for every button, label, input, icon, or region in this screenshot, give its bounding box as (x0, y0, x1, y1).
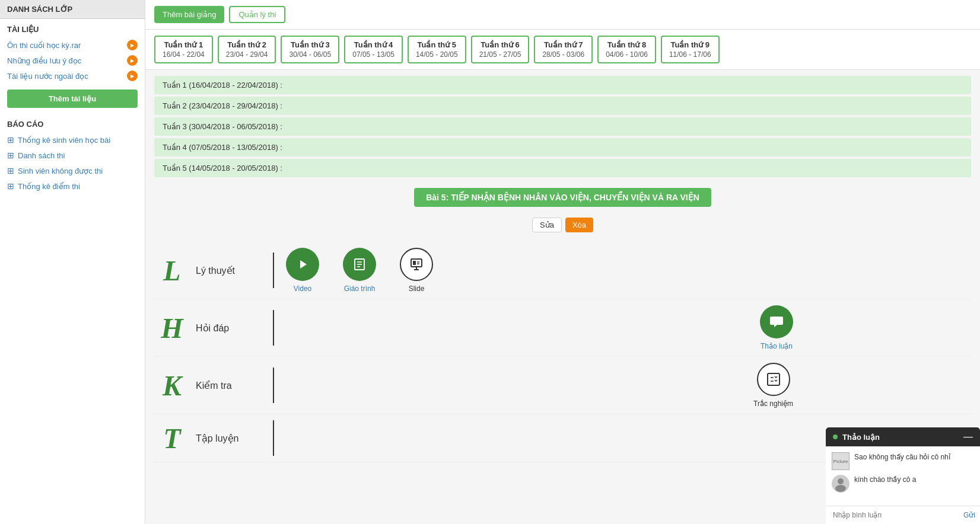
trac-nghiem-icon-item[interactable]: Trắc nghiệm (753, 363, 793, 408)
video-icon-item[interactable]: Video (286, 248, 319, 293)
video-label: Video (294, 285, 311, 293)
giao-trinh-circle (343, 248, 376, 281)
svg-rect-8 (413, 261, 416, 265)
doc-item-3: Tài liệu nước ngoài đọc ▶ (0, 68, 145, 84)
chat-input[interactable] (831, 509, 963, 522)
tai-lieu-title: TÀI LIỆU (0, 19, 145, 37)
doc-icon-2[interactable]: ▶ (127, 55, 138, 66)
week-tab-4[interactable]: Tuần thứ 4 07/05 - 13/05 (344, 36, 403, 63)
chat-title: Thảo luận (842, 433, 880, 442)
table-icon-1: ⊞ (7, 135, 14, 145)
week-tabs: Tuần thứ 1 16/04 - 22/04 Tuần thứ 2 23/0… (145, 30, 980, 70)
chat-msg-2: kính chào thầy cô a (832, 475, 974, 493)
thao-luan-circle (760, 305, 793, 338)
them-bai-giang-button[interactable]: Thêm bài giảng (154, 6, 224, 23)
sua-button[interactable]: Sửa (532, 218, 562, 232)
section-letter-k: K (154, 369, 190, 402)
slide-circle (400, 248, 433, 281)
week-tab-8[interactable]: Tuần thứ 8 04/06 - 10/06 (597, 36, 656, 63)
edit-bar: Sửa Xóa (154, 218, 971, 232)
thao-luan-icon-item[interactable]: Thảo luận (760, 305, 793, 350)
week-tab-6[interactable]: Tuần thứ 6 21/05 - 27/05 (471, 36, 530, 63)
sidebar-item-sv-khong-thi[interactable]: ⊞ Sinh viên không được thi (0, 163, 145, 178)
xoa-button[interactable]: Xóa (565, 218, 593, 232)
them-tai-lieu-button[interactable]: Thêm tài liệu (7, 90, 138, 108)
week-tab-2[interactable]: Tuần thứ 2 23/04 - 29/04 (218, 36, 276, 63)
giao-trinh-icon-item[interactable]: Giáo trình (343, 248, 376, 293)
doc-link-3[interactable]: Tài liệu nước ngoài đọc (7, 72, 88, 81)
section-divider-2 (273, 310, 274, 346)
thao-luan-label: Thảo luận (761, 342, 793, 350)
chat-msg-text-2: kính chào thầy cô a (854, 475, 916, 485)
svg-marker-0 (300, 260, 307, 269)
week-tab-3[interactable]: Tuần thứ 3 30/04 - 06/05 (281, 36, 339, 63)
week-row-5: Tuần 5 (14/05/2018 - 20/05/2018) : (154, 159, 971, 177)
trac-nghiem-circle (757, 363, 790, 396)
sidebar-section-title: DANH SÁCH LỚP (0, 0, 145, 19)
doc-item-2: Những điều lưu ý đọc ▶ (0, 53, 145, 68)
svg-point-15 (835, 485, 846, 492)
chat-avatar-2 (832, 475, 849, 493)
section-label-ly-thuyet: Lý thuyết (190, 265, 261, 276)
sidebar: DANH SÁCH LỚP TÀI LIỆU Ôn thi cuối học k… (0, 0, 145, 524)
table-icon-4: ⊞ (7, 181, 14, 191)
section-letter-l: L (154, 254, 190, 287)
week-tab-1[interactable]: Tuần thứ 1 16/04 - 22/04 (154, 36, 213, 63)
week-tab-5[interactable]: Tuần thứ 5 14/05 - 20/05 (408, 36, 466, 63)
section-divider-1 (273, 253, 274, 288)
chat-header: Thảo luận — (826, 427, 980, 446)
chat-msg-text-1: Sao không thấy câu hỏi cô nhỉ (854, 452, 950, 462)
lesson-title-container: Bài 5: TIẾP NHẬN BỆNH NHÂN VÀO VIỆN, CHU… (154, 180, 971, 215)
sidebar-item-danh-sach-thi[interactable]: ⊞ Danh sách thi (0, 148, 145, 163)
table-icon-2: ⊞ (7, 151, 14, 160)
week-row-2: Tuần 2 (23/04/2018 - 29/04/2018) : (154, 97, 971, 115)
chat-picture-placeholder: Picture (832, 452, 849, 470)
doc-icon-3[interactable]: ▶ (127, 71, 138, 81)
chat-footer: Gửi (826, 506, 980, 524)
table-icon-3: ⊞ (7, 166, 14, 175)
giao-trinh-label: Giáo trình (344, 285, 376, 293)
section-divider-4 (273, 420, 274, 456)
chat-online-dot (833, 434, 838, 439)
sidebar-item-thong-ke-sv[interactable]: ⊞ Thống kê sinh viên học bài (0, 132, 145, 148)
svg-point-14 (838, 478, 844, 484)
svg-rect-11 (768, 373, 779, 385)
quan-ly-thi-button[interactable]: Quản lý thi (229, 6, 285, 23)
section-kiem-tra: K Kiểm tra Trắc nghiệm (154, 357, 971, 414)
lesson-title: Bài 5: TIẾP NHẬN BỆNH NHÂN VÀO VIỆN, CHU… (414, 188, 711, 207)
doc-item-1: Ôn thi cuối học kỳ.rar ▶ (0, 37, 145, 53)
bao-cao-title: BÁO CÁO (0, 114, 145, 132)
trac-nghiem-label: Trắc nghiệm (753, 400, 793, 408)
doc-icon-1[interactable]: ▶ (127, 40, 138, 50)
section-label-hoi-dap: Hỏi đáp (190, 322, 261, 334)
doc-link-2[interactable]: Những điều lưu ý đọc (7, 56, 81, 65)
section-hoi-dap: H Hỏi đáp Thảo luận (154, 299, 971, 357)
doc-link-1[interactable]: Ôn thi cuối học kỳ.rar (7, 41, 81, 50)
slide-label: Slide (409, 285, 425, 293)
video-circle (286, 248, 319, 281)
chat-msg-1: Picture Sao không thấy câu hỏi cô nhỉ (832, 452, 974, 470)
section-letter-h: H (154, 312, 190, 344)
sidebar-item-thong-ke-diem[interactable]: ⊞ Thống kê điểm thi (0, 178, 145, 194)
chat-minimize-button[interactable]: — (963, 432, 973, 442)
week-row-1: Tuần 1 (16/04/2018 - 22/04/2018) : (154, 76, 971, 94)
section-label-tap-luyen: Tập luyện (190, 433, 261, 444)
week-tab-9[interactable]: Tuần thứ 9 11/06 - 17/06 (661, 36, 720, 63)
section-icons-hoi-dap: Thảo luận (286, 305, 971, 350)
section-icons-kiem-tra: Trắc nghiệm (286, 363, 971, 408)
top-bar: Thêm bài giảng Quản lý thi (145, 0, 980, 30)
chat-body: Picture Sao không thấy câu hỏi cô nhỉ kí… (826, 446, 980, 506)
chat-popup: Thảo luận — Picture Sao không thấy câu h… (826, 427, 980, 524)
chat-send-button[interactable]: Gửi (963, 511, 975, 519)
week-row-3: Tuần 3 (30/04/2018 - 06/05/2018) : (154, 117, 971, 136)
chat-header-title: Thảo luận (833, 433, 880, 442)
section-divider-3 (273, 368, 274, 403)
week-row-4: Tuần 4 (07/05/2018 - 13/05/2018) : (154, 138, 971, 156)
section-label-kiem-tra: Kiểm tra (190, 380, 261, 391)
section-ly-thuyet: L Lý thuyết Video Giáo trình (154, 242, 971, 299)
svg-rect-5 (411, 259, 422, 267)
section-icons-ly-thuyet: Video Giáo trình Slide (286, 248, 971, 293)
section-letter-t: T (154, 422, 190, 455)
slide-icon-item[interactable]: Slide (400, 248, 433, 293)
week-tab-7[interactable]: Tuần thứ 7 28/05 - 03/06 (534, 36, 593, 63)
